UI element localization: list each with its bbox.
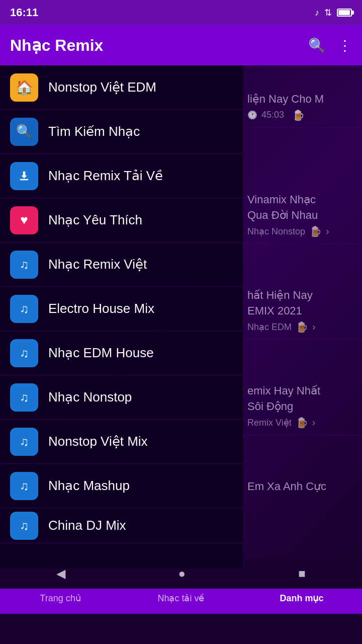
drawer-label-electro-house-mix: Electro House Mix [48, 301, 154, 316]
bg-title-3b: EMIX 2021 [247, 303, 356, 319]
recents-button[interactable]: ■ [298, 567, 306, 581]
drawer-label-nhac-mashup: Nhạc Mashup [48, 478, 130, 494]
download-icon [10, 162, 38, 190]
drawer-item-nhac-yeu-thich[interactable]: ♥ Nhạc Yêu Thích [0, 198, 243, 243]
bg-tag-2: Nhạc Nonstop [247, 226, 305, 237]
bg-duration-1: 🕐 45:03 🍺 [247, 109, 356, 121]
drawer-label-nhac-remix-tai-ve: Nhạc Remix Tải Về [48, 168, 163, 184]
main-content: liện Nay Cho M 🕐 45:03 🍺 Vinamix Nhạc Qu… [0, 65, 362, 569]
drawer-item-nhac-remix-tai-ve[interactable]: Nhạc Remix Tải Về [0, 154, 243, 198]
nav-label-nhac-tai-ve: Nhạc tải về [157, 593, 204, 604]
status-time: 16:11 [10, 6, 38, 19]
search-music-icon: 🔍 [10, 118, 38, 146]
drawer-label-china-dj-mix: China DJ Mix [48, 518, 126, 533]
more-options-button[interactable]: ⋮ [338, 37, 352, 54]
nav-label-trang-chu: Trang chủ [40, 593, 80, 604]
status-icons: ♪ ⇅ [315, 7, 352, 18]
bg-title-3a: hất Hiện Nay [247, 288, 356, 303]
music-note-icon-electro: ♫ [10, 295, 38, 323]
battery-icon [337, 9, 352, 17]
drawer-label-nhac-remix-viet: Nhạc Remix Việt [48, 257, 147, 272]
drawer-item-electro-house-mix[interactable]: ♫ Electro House Mix [0, 287, 243, 331]
drawer-label-nhac-nonstop: Nhạc Nonstop [48, 389, 132, 405]
bg-title-1: liện Nay Cho M [247, 92, 356, 107]
app-title: Nhạc Remix [10, 36, 103, 55]
drawer-label-nhac-yeu-thich: Nhạc Yêu Thích [48, 212, 142, 228]
music-note-icon-nonstop: ♫ [10, 383, 38, 412]
navigation-drawer: 🏠 Nonstop Việt EDM 🔍 Tìm Kiếm Nhạc Nhạc … [0, 65, 243, 569]
header-actions: 🔍 ⋮ [308, 37, 352, 54]
music-status-icon: ♪ [315, 8, 319, 18]
back-button[interactable]: ◀ [56, 567, 65, 581]
drawer-label-nonstop-viet-mix: Nonstop Việt Mix [48, 434, 148, 449]
status-bar: 16:11 ♪ ⇅ [0, 0, 362, 25]
drawer-label-nhac-edm-house: Nhạc EDM House [48, 345, 154, 361]
drawer-item-nonstop-viet-edm[interactable]: 🏠 Nonstop Việt EDM [0, 65, 243, 110]
music-note-icon-viet-mix: ♫ [10, 428, 38, 456]
drawer-label-tim-kiem-nhac: Tìm Kiếm Nhạc [48, 124, 140, 139]
music-note-icon-edm: ♫ [10, 339, 38, 367]
heart-icon: ♥ [10, 206, 38, 234]
search-button[interactable]: 🔍 [308, 37, 326, 54]
bg-title-5: Em Xa Anh Cực [247, 479, 356, 495]
bg-title-4a: emix Hay Nhất [247, 383, 356, 399]
drawer-item-nonstop-viet-mix[interactable]: ♫ Nonstop Việt Mix [0, 420, 243, 464]
drawer-label-nonstop-viet-edm: Nonstop Việt EDM [48, 79, 156, 95]
bg-tag-3: Nhạc EDM [247, 321, 292, 333]
music-note-icon-viet: ♫ [10, 251, 38, 279]
nav-label-danh-muc: Danh mục [280, 593, 323, 604]
bg-title-4b: Sôi Động [247, 399, 356, 415]
drawer-item-tim-kiem-nhac[interactable]: 🔍 Tìm Kiếm Nhạc [0, 110, 243, 154]
music-note-icon-mashup: ♫ [10, 472, 38, 500]
drawer-item-nhac-mashup[interactable]: ♫ Nhạc Mashup [0, 464, 243, 508]
home-icon: 🏠 [10, 73, 38, 102]
drawer-item-nhac-nonstop[interactable]: ♫ Nhạc Nonstop [0, 375, 243, 420]
bg-title-2b: Qua Đời Nhau [247, 208, 356, 223]
drawer-item-china-dj-mix[interactable]: ♫ China DJ Mix [0, 508, 243, 543]
music-note-icon-china: ♫ [10, 512, 38, 540]
home-button[interactable]: ● [178, 567, 186, 581]
app-header: Nhạc Remix 🔍 ⋮ [0, 25, 362, 65]
drawer-item-nhac-remix-viet[interactable]: ♫ Nhạc Remix Việt [0, 243, 243, 287]
drawer-item-nhac-edm-house[interactable]: ♫ Nhạc EDM House [0, 331, 243, 375]
bg-tag-4: Remix Việt [247, 417, 292, 428]
bg-title-2a: Vinamix Nhạc [247, 192, 356, 208]
sync-status-icon: ⇅ [324, 7, 332, 18]
